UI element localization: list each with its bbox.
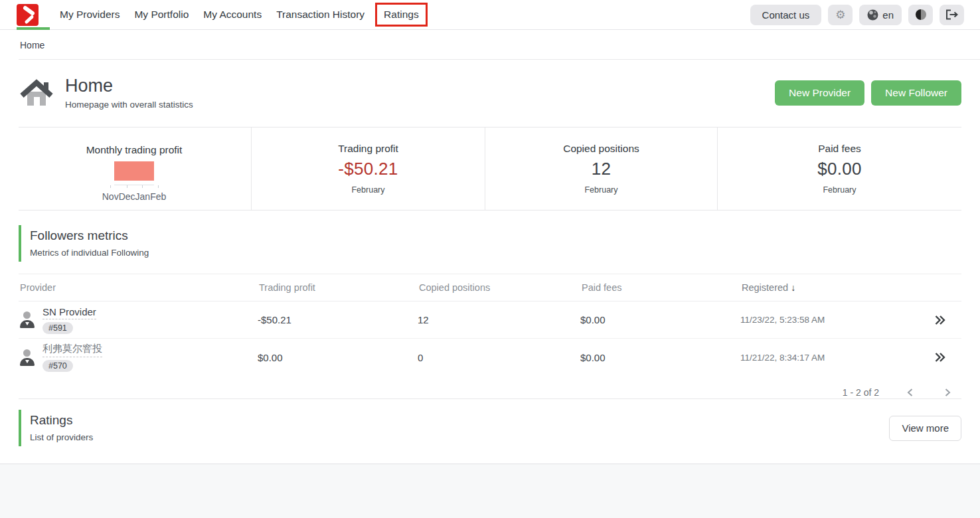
stat-period: February bbox=[823, 185, 856, 195]
stat-copied-positions: Copied positions 12 February bbox=[485, 128, 717, 210]
nav-item-transaction-history[interactable]: Transaction History bbox=[271, 9, 370, 21]
breadcrumb-home-link[interactable]: Home bbox=[20, 40, 44, 50]
section-subtitle: Metrics of individual Following bbox=[30, 248, 961, 258]
followers-metrics-table: Provider Trading profit Copied positions… bbox=[19, 274, 961, 376]
top-navigation-bar: My Providers My Portfolio My Accounts Tr… bbox=[0, 0, 980, 30]
page-subtitle: Homepage with overall statistics bbox=[65, 100, 193, 110]
chart-plot bbox=[114, 159, 154, 185]
chevron-left-icon bbox=[906, 388, 915, 397]
brand-logo-icon[interactable] bbox=[17, 4, 39, 26]
column-header-provider[interactable]: Provider bbox=[19, 282, 258, 293]
table-header-row: Provider Trading profit Copied positions… bbox=[19, 274, 961, 302]
logout-icon bbox=[945, 9, 959, 20]
gear-icon: ⚙ bbox=[835, 9, 845, 21]
cell-registered: 11/21/22, 8:34:17 AM bbox=[740, 353, 931, 363]
page-title: Home bbox=[65, 76, 193, 96]
provider-avatar-icon bbox=[20, 349, 35, 366]
provider-avatar-icon bbox=[20, 311, 35, 328]
language-button[interactable]: en bbox=[859, 5, 902, 25]
stat-value: 12 bbox=[592, 159, 612, 179]
double-chevron-right-icon bbox=[934, 352, 946, 363]
stat-period: February bbox=[584, 185, 617, 195]
cell-trading-profit: $0.00 bbox=[258, 352, 418, 363]
column-header-trading-profit[interactable]: Trading profit bbox=[258, 282, 418, 293]
active-nav-indicator bbox=[17, 27, 50, 30]
stat-title: Copied positions bbox=[563, 143, 639, 155]
provider-name-link[interactable]: 利弗莫尔窨投 bbox=[42, 343, 102, 357]
chart-tick-feb: Feb bbox=[150, 185, 166, 202]
row-details-button[interactable] bbox=[931, 349, 961, 365]
column-header-registered-label: Registered bbox=[742, 282, 788, 293]
overall-statistics-strip: Monthly trading profit NovDecJanFeb Trad… bbox=[19, 127, 961, 211]
stat-trading-profit: Trading profit -$50.21 February bbox=[251, 128, 485, 210]
monthly-trading-profit-chart: Monthly trading profit NovDecJanFeb bbox=[19, 128, 251, 210]
page-title-block: Home Homepage with overall statistics bbox=[65, 76, 193, 110]
stat-value: -$50.21 bbox=[338, 159, 398, 179]
footer-strip bbox=[0, 464, 980, 518]
main-nav: My Providers My Portfolio My Accounts Tr… bbox=[54, 3, 428, 27]
provider-name-link[interactable]: SN Provider bbox=[42, 306, 96, 319]
contact-us-button[interactable]: Contact us bbox=[750, 5, 822, 25]
settings-button[interactable]: ⚙ bbox=[828, 5, 853, 25]
chart-labels: NovDecJanFeb bbox=[102, 185, 167, 202]
provider-cell: 利弗莫尔窨投 #570 bbox=[19, 343, 258, 372]
top-actions: Contact us ⚙ en bbox=[750, 5, 964, 25]
chart-tick-nov: Nov bbox=[102, 185, 119, 202]
provider-id-badge: #591 bbox=[42, 322, 73, 334]
cell-trading-profit: -$50.21 bbox=[258, 314, 418, 325]
logout-button[interactable] bbox=[939, 5, 964, 25]
pagination-next-button[interactable] bbox=[941, 387, 953, 398]
section-title: Ratings bbox=[30, 413, 93, 428]
globe-icon bbox=[867, 9, 878, 21]
pagination-prev-button[interactable] bbox=[904, 387, 916, 398]
chart-tick-jan: Jan bbox=[135, 185, 151, 202]
table-row: SN Provider #591 -$50.21 12 $0.00 11/23/… bbox=[19, 302, 961, 339]
pagination: 1 - 2 of 2 bbox=[19, 387, 953, 398]
cell-copied-positions: 0 bbox=[418, 352, 580, 363]
cell-registered: 11/23/22, 5:23:58 AM bbox=[740, 315, 931, 325]
chart-column-feb bbox=[114, 159, 154, 185]
home-icon bbox=[20, 78, 53, 108]
view-more-button[interactable]: View more bbox=[889, 416, 961, 441]
section-title: Followers metrics bbox=[30, 228, 961, 243]
provider-cell: SN Provider #591 bbox=[19, 306, 258, 334]
pagination-range-label: 1 - 2 of 2 bbox=[843, 387, 879, 398]
contrast-icon bbox=[916, 9, 926, 20]
ratings-heading: Ratings List of providers bbox=[19, 410, 93, 446]
sort-descending-icon: ↓ bbox=[791, 282, 795, 293]
row-details-button[interactable] bbox=[931, 312, 961, 328]
stat-value: $0.00 bbox=[817, 159, 862, 179]
chart-tick-dec: Dec bbox=[119, 185, 135, 202]
nav-item-my-portfolio[interactable]: My Portfolio bbox=[129, 9, 194, 21]
cell-paid-fees: $0.00 bbox=[580, 314, 740, 325]
header-buttons: New Provider New Follower bbox=[775, 80, 961, 106]
nav-item-my-providers[interactable]: My Providers bbox=[54, 9, 125, 21]
chevron-right-icon bbox=[943, 388, 952, 397]
stat-title: Paid fees bbox=[818, 143, 861, 155]
cell-paid-fees: $0.00 bbox=[580, 352, 740, 363]
nav-item-ratings[interactable]: Ratings bbox=[384, 9, 419, 20]
stat-paid-fees: Paid fees $0.00 February bbox=[717, 128, 961, 210]
followers-metrics-heading: Followers metrics Metrics of individual … bbox=[19, 225, 961, 262]
stat-period: February bbox=[351, 185, 384, 195]
chart-title: Monthly trading profit bbox=[86, 144, 183, 156]
page-header: Home Homepage with overall statistics Ne… bbox=[0, 60, 980, 127]
column-header-copied-positions[interactable]: Copied positions bbox=[418, 282, 580, 293]
language-label: en bbox=[882, 9, 894, 21]
provider-id-badge: #570 bbox=[42, 360, 73, 372]
column-header-registered[interactable]: Registered↓ bbox=[740, 282, 931, 293]
ratings-section: Ratings List of providers View more bbox=[19, 410, 961, 446]
ratings-divider bbox=[19, 398, 961, 399]
theme-toggle-button[interactable] bbox=[908, 5, 933, 25]
stat-title: Trading profit bbox=[338, 143, 398, 155]
cell-copied-positions: 12 bbox=[418, 314, 580, 325]
breadcrumb: Home bbox=[0, 30, 980, 59]
nav-item-my-accounts[interactable]: My Accounts bbox=[198, 9, 267, 21]
new-provider-button[interactable]: New Provider bbox=[775, 80, 864, 106]
ratings-annotation-box: Ratings bbox=[375, 3, 428, 27]
table-row: 利弗莫尔窨投 #570 $0.00 0 $0.00 11/21/22, 8:34… bbox=[19, 339, 961, 376]
new-follower-button[interactable]: New Follower bbox=[871, 80, 961, 106]
chart-bar-feb bbox=[114, 161, 154, 181]
section-subtitle: List of providers bbox=[30, 432, 93, 442]
column-header-paid-fees[interactable]: Paid fees bbox=[580, 282, 740, 293]
